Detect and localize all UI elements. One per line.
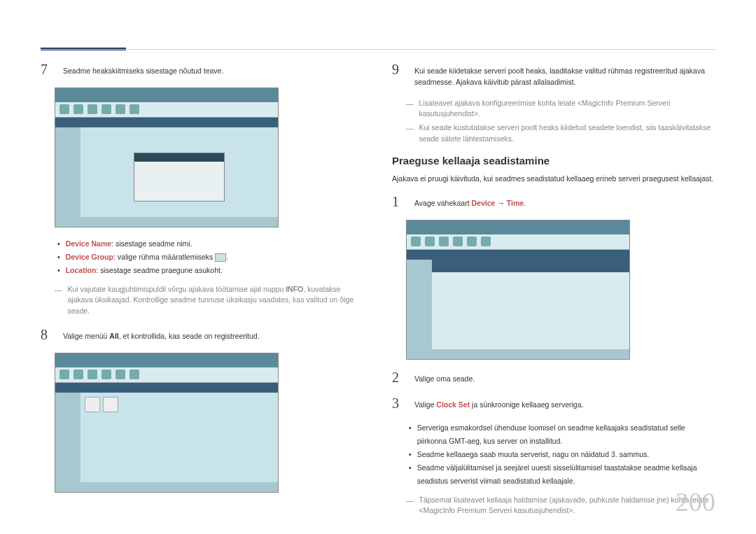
section-desc: Ajakava ei pruugi käivituda, kui seadmes…	[392, 174, 715, 185]
right-column: 9 Kui seade kiidetakse serveri poolt hea…	[392, 62, 715, 526]
step-7: 7 Seadme heakskiitmiseks sisestage nõutu…	[41, 62, 364, 78]
page-number: 200	[676, 486, 715, 517]
step-text: Valige Clock Set ja sünkroonige kellaaeg…	[414, 395, 583, 412]
header-rule	[41, 49, 715, 50]
screenshot-time-tab	[406, 220, 630, 360]
screenshot-approval-dialog	[55, 87, 279, 227]
step-text: Avage vahekaart Device → Time.	[414, 194, 526, 210]
bullet-item: Serveriga esmakordsel ühenduse loomisel …	[409, 421, 715, 448]
step-number: 1	[392, 194, 405, 210]
step-2: 2 Valige oma seade.	[392, 370, 715, 386]
step-text: Seadme heakskiitmiseks sisestage nõutud …	[63, 62, 223, 78]
bullet-device-name: Device Name: sisestage seadme nimi.	[57, 237, 364, 251]
step-9: 9 Kui seade kiidetakse serveri poolt hea…	[392, 62, 715, 88]
note-item: Lisateavet ajakava konfigureerimise koht…	[406, 98, 715, 120]
step7-bullets: Device Name: sisestage seadme nimi. Devi…	[57, 237, 364, 277]
step-number: 2	[392, 370, 405, 386]
note-item: Täpsemat lisateavet kellaaja haldamise (…	[406, 495, 715, 517]
section-title: Praeguse kellaaja seadistamine	[392, 155, 715, 167]
step3-bullets: Serveriga esmakordsel ühenduse loomisel …	[409, 421, 715, 487]
step-number: 7	[41, 62, 53, 78]
note-item: Kui seade kustutatakse serveri poolt hea…	[406, 122, 715, 145]
step-number: 3	[392, 395, 405, 412]
step9-notes: Lisateavet ajakava konfigureerimise koht…	[406, 98, 715, 145]
page-content: 7 Seadme heakskiitmiseks sisestage nõutu…	[41, 62, 715, 526]
bullet-item: Seadme kellaaega saab muuta serverist, n…	[409, 448, 715, 461]
note-item: Kui vajutate kaugjuhtimispuldil võrgu aj…	[55, 284, 364, 317]
left-column: 7 Seadme heakskiitmiseks sisestage nõutu…	[41, 62, 364, 526]
group-select-icon	[215, 253, 226, 262]
screenshot-device-list	[55, 353, 279, 493]
step7-note: Kui vajutate kaugjuhtimispuldil võrgu aj…	[55, 284, 364, 317]
final-note: Täpsemat lisateavet kellaaja haldamise (…	[406, 495, 715, 517]
step-text: Kui seade kiidetakse serveri poolt heaks…	[414, 62, 715, 88]
step-3: 3 Valige Clock Set ja sünkroonige kellaa…	[392, 395, 715, 412]
step-number: 9	[392, 62, 405, 88]
bullet-device-group: Device Group: valige rühma määratlemisek…	[57, 251, 364, 264]
step-number: 8	[41, 327, 53, 343]
step-text: Valige menüü All, et kontrollida, kas se…	[63, 327, 260, 343]
step-text: Valige oma seade.	[414, 370, 475, 386]
step-1: 1 Avage vahekaart Device → Time.	[392, 194, 715, 210]
bullet-location: Location: sisestage seadme praegune asuk…	[57, 264, 364, 277]
bullet-item: Seadme väljalülitamisel ja seejärel uues…	[409, 461, 715, 488]
step-8: 8 Valige menüü All, et kontrollida, kas …	[41, 327, 364, 343]
